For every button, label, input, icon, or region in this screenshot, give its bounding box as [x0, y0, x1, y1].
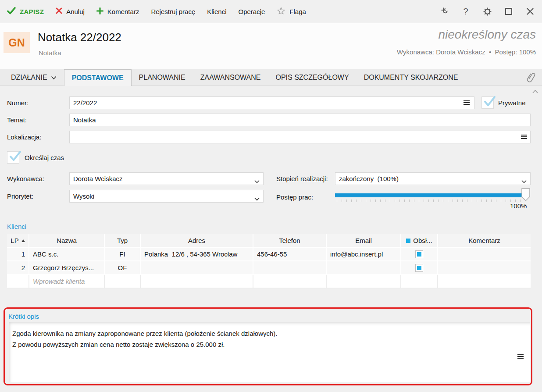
cell-email[interactable] [326, 261, 401, 274]
table-row[interactable]: 1 ABC s.c. FI Polanka 12/6 , 54-365 Wroc… [7, 247, 531, 261]
comment-button[interactable]: Komentarz [96, 7, 139, 16]
obsl-checkbox[interactable] [415, 250, 423, 258]
operations-button[interactable]: Operacje [238, 8, 265, 15]
checked-fill [417, 266, 421, 270]
chevron-down-icon [254, 195, 260, 202]
tab-podstawowe[interactable]: PODSTAWOWE [64, 69, 132, 86]
col-header-email[interactable]: Email [326, 234, 401, 247]
col-header-lp[interactable]: LP [7, 234, 29, 247]
stopien-realizacji-select[interactable]: zakończony (100%) [335, 172, 531, 185]
flag-button[interactable]: Flaga [277, 7, 306, 17]
cell-nazwa[interactable]: ABC s.c. [29, 247, 104, 261]
col-header-telefon[interactable]: Telefon [253, 234, 326, 247]
collapse-chevron-icon[interactable] [532, 88, 538, 96]
tab-planowanie[interactable]: PLANOWANIE [132, 69, 193, 86]
wykonawca-label: Wykonawca: [7, 175, 44, 182]
numer-input[interactable] [69, 96, 474, 109]
cell-komentarz[interactable] [438, 274, 531, 288]
cell-adres[interactable] [140, 274, 253, 288]
save-label: ZAPISZ [20, 8, 44, 15]
register-work-button[interactable]: Rejestruj pracę [151, 8, 195, 15]
tab-label: OPIS SZCZEGÓŁOWY [275, 74, 349, 82]
okreslaj-czas-checkbox[interactable] [7, 151, 19, 164]
cell-typ[interactable]: FI [104, 247, 140, 261]
col-header-komentarz[interactable]: Komentarz [438, 234, 531, 247]
stopien-realizacji-label: Stopień realizacji: [276, 175, 328, 182]
maximize-icon[interactable] [504, 7, 513, 16]
priorytet-select[interactable]: Wysoki [69, 190, 264, 203]
prywatne-checkbox[interactable] [481, 96, 494, 109]
tab-content: Numer: Prywatne Temat: Lokalizacja: Okre… [0, 86, 542, 392]
page-title: Notatka 22/2022 [38, 31, 121, 44]
tab-dzialanie-menu[interactable]: DZIAŁANIE [4, 69, 64, 86]
col-header-typ[interactable]: Typ [104, 234, 140, 247]
app-window: ZAPISZ Anuluj Komentarz Rejestruj pracę … [0, 0, 542, 392]
paperclip-icon[interactable] [520, 69, 542, 86]
progress-slider-track[interactable] [335, 193, 524, 197]
cell-adres[interactable] [140, 261, 253, 274]
slider-ticks [337, 200, 524, 202]
close-icon[interactable] [525, 7, 535, 16]
cell-adres[interactable]: Polanka 12/6 , 54-365 Wrocław [140, 247, 253, 261]
col-header-obsl[interactable]: Obsł... [401, 234, 438, 247]
col-label: Komentarz [468, 237, 500, 244]
cancel-button[interactable]: Anuluj [56, 7, 85, 15]
table-new-row[interactable]: Wprowadź klienta [7, 274, 531, 288]
short-description-textarea[interactable]: Zgoda kierownika na zmiany zaproponowane… [9, 322, 530, 382]
cell-komentarz[interactable] [438, 261, 531, 274]
stopien-realizacji-value: zakończony (100%) [339, 175, 399, 182]
description-line: Z powodu powyższych zmian cena netto zos… [12, 339, 510, 350]
wykonawca-value: Dorota Wciskacz [73, 175, 123, 182]
obsl-checkbox[interactable] [415, 264, 423, 272]
cell-nazwa[interactable]: Grzegorz Brzęczys... [29, 261, 104, 274]
table-row[interactable]: 2 Grzegorz Brzęczys... OF [7, 261, 531, 274]
toolbar: ZAPISZ Anuluj Komentarz Rejestruj pracę … [0, 0, 542, 23]
tab-opis-szczegolowy[interactable]: OPIS SZCZEGÓŁOWY [268, 69, 356, 86]
cell-telefon[interactable]: 456-46-55 [253, 247, 326, 261]
blue-square-icon [406, 239, 410, 243]
chevron-down-icon [521, 177, 527, 185]
description-line: Zgoda kierownika na zmiany zaproponowane… [12, 328, 510, 339]
cell-lp[interactable]: 1 [7, 247, 29, 261]
numer-menu-icon[interactable] [464, 100, 470, 105]
document-type-badge: GN [4, 32, 30, 53]
description-menu-icon[interactable] [517, 354, 524, 359]
wykonawca-select[interactable]: Dorota Wciskacz [69, 172, 264, 185]
cell-email[interactable] [326, 274, 401, 288]
save-button[interactable]: ZAPISZ [7, 7, 44, 16]
comment-label: Komentarz [107, 8, 139, 15]
clients-table: LP Nazwa Typ Adres Telefon Email Obsł...… [7, 234, 531, 289]
tab-dokumenty-skojarzone[interactable]: DOKUMENTY SKOJARZONE [357, 69, 466, 86]
temat-input[interactable] [69, 114, 531, 126]
cell-typ[interactable]: OF [104, 261, 140, 274]
lokalizacja-menu-icon[interactable] [521, 134, 527, 139]
cell-obsl[interactable] [401, 274, 438, 288]
gear-icon[interactable] [482, 7, 492, 16]
clients-button[interactable]: Klienci [207, 8, 226, 15]
numer-label: Numer: [7, 99, 29, 107]
time-info: nieokreślony czas [438, 28, 536, 42]
short-description-label: Krótki opis [8, 313, 39, 320]
col-label: Email [355, 237, 372, 244]
operations-label: Operacje [238, 8, 265, 15]
cell-lp[interactable]: 2 [7, 261, 29, 274]
col-header-nazwa[interactable]: Nazwa [29, 234, 104, 247]
cell-obsl[interactable] [401, 247, 438, 261]
pin-icon[interactable] [439, 7, 449, 16]
col-header-adres[interactable]: Adres [140, 234, 253, 247]
help-icon[interactable]: ? [461, 7, 471, 16]
cell-telefon[interactable] [253, 274, 326, 288]
tab-zaawansowane[interactable]: ZAAWANSOWANE [193, 69, 268, 86]
chevron-down-icon [254, 177, 260, 185]
header-meta: Wykonawca: Dorota Wciskacz • Postęp: 100… [397, 48, 536, 56]
cell-lp[interactable] [7, 274, 29, 288]
cell-typ[interactable] [104, 274, 140, 288]
cell-telefon[interactable] [253, 261, 326, 274]
cell-email[interactable]: info@abc.insert.pl [326, 247, 401, 261]
cell-komentarz[interactable] [438, 247, 531, 261]
cell-obsl[interactable] [401, 261, 438, 274]
tab-label: DOKUMENTY SKOJARZONE [364, 74, 458, 82]
lokalizacja-input[interactable] [69, 131, 531, 143]
table-header-row: LP Nazwa Typ Adres Telefon Email Obsł...… [7, 234, 531, 247]
new-client-placeholder[interactable]: Wprowadź klienta [29, 274, 104, 288]
